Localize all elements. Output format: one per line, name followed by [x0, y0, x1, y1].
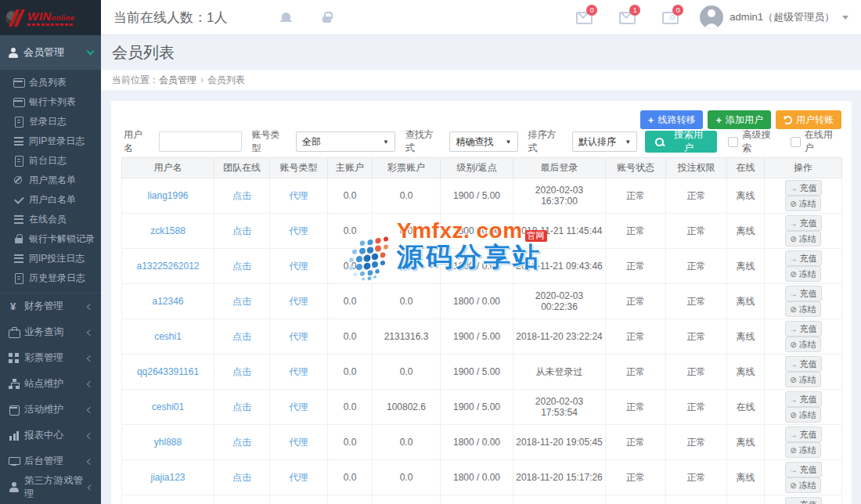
recharge-button[interactable]: →充值 [785, 427, 822, 442]
freeze-button[interactable]: ⊘冻结 [785, 196, 820, 211]
recharge-button[interactable]: →充值 [785, 321, 822, 337]
team-online-link[interactable]: 点击 [232, 331, 251, 342]
recharge-button[interactable]: →充值 [785, 462, 822, 477]
check-icon [13, 195, 24, 205]
account-type-link[interactable]: 代理 [290, 366, 308, 377]
account-type-link[interactable]: 代理 [290, 261, 308, 272]
sidebar-item-user-whitelist[interactable]: 用户白名单 [0, 190, 101, 210]
account-type-select[interactable]: 全部 ▼ [296, 131, 395, 152]
freeze-button[interactable]: ⊘冻结 [785, 442, 820, 458]
sidebar-item-member-list[interactable]: 会员列表 [0, 73, 101, 92]
cell-bet-permission: 正常 [666, 284, 727, 319]
sidebar-item-bank-card-list[interactable]: 银行卡列表 [0, 92, 101, 112]
lock-icon[interactable] [322, 12, 332, 23]
sidebar-group-member-management[interactable]: 会员管理 [0, 35, 101, 70]
admin-menu[interactable]: admin1（超级管理员） [700, 5, 848, 29]
team-online-link[interactable]: 点击 [232, 296, 251, 307]
message-button[interactable]: 0 [576, 11, 590, 24]
sidebar-group-backend-management[interactable]: 后台管理 [0, 448, 101, 474]
username-link[interactable]: a12346 [152, 296, 183, 307]
recharge-button[interactable]: →充值 [785, 250, 822, 266]
recharge-button[interactable]: →充值 [785, 497, 822, 504]
members-table: 用户名团队在线账号类型主账户彩票账户级别/返点最后登录账号状态投注权限在线操作 … [121, 157, 842, 504]
team-online-link[interactable]: 点击 [232, 190, 251, 201]
account-type-link[interactable]: 代理 [290, 401, 308, 412]
sidebar-group-business-query[interactable]: 业务查询 [0, 319, 101, 345]
sidebar-group-lottery-management[interactable]: 彩票管理 [0, 345, 101, 371]
ban-icon: ⊘ [790, 446, 796, 455]
sidebar-item-same-ip-bet-log[interactable]: 同IP投注日志 [0, 249, 101, 268]
breadcrumb-member-management[interactable]: 会员管理 [159, 74, 196, 85]
online-users-checkbox[interactable] [791, 137, 801, 147]
recharge-button[interactable]: →充值 [785, 356, 822, 372]
username-link[interactable]: qq2643391161 [137, 366, 199, 377]
sidebar-item-user-blacklist[interactable]: 用户黑名单 [0, 171, 101, 190]
cell-username: ceshi1 [122, 319, 214, 355]
plus-icon: + [715, 115, 722, 125]
username-link[interactable]: ceshi01 [152, 401, 184, 412]
team-online-link[interactable]: 点击 [232, 401, 251, 412]
brand-logo[interactable]: WINonline [0, 0, 101, 35]
freeze-button[interactable]: ⊘冻结 [785, 337, 820, 352]
cell-last-login: 2018-11-20 15:58:36 [513, 495, 606, 504]
team-online-link[interactable]: 点击 [232, 437, 251, 448]
cell-operations: →充值⊘冻结 [765, 495, 842, 504]
account-type-link[interactable]: 代理 [290, 437, 308, 448]
cell-team-online: 点击 [214, 178, 270, 214]
sidebar-item-bank-card-unlock-log[interactable]: 银行卡解锁记录 [0, 229, 101, 249]
account-type-link[interactable]: 代理 [290, 296, 308, 307]
freeze-button[interactable]: ⊘冻结 [785, 407, 820, 423]
search-mode-select[interactable]: 精确查找 ▼ [449, 131, 517, 152]
account-type-link[interactable]: 代理 [290, 225, 308, 236]
sidebar-group-third-party-game-management[interactable]: 第三方游戏管理 [0, 474, 101, 500]
username-link[interactable]: a13225262012 [136, 261, 199, 272]
team-online-link[interactable]: 点击 [232, 472, 251, 483]
sidebar-group-site-maintenance[interactable]: 站点维护 [0, 371, 101, 397]
sidebar-item-login-log[interactable]: 登录日志 [0, 112, 101, 131]
username-link[interactable]: yhl888 [154, 437, 182, 448]
username-link[interactable]: zck1588 [150, 225, 186, 236]
team-online-link[interactable]: 点击 [232, 261, 251, 272]
bell-icon[interactable] [280, 12, 292, 23]
cell-online-state: 在线 [727, 390, 765, 425]
sidebar-item-same-ip-login-log[interactable]: 同IP登录日志 [0, 131, 101, 151]
sidebar-group-finance-management[interactable]: 财务管理 [0, 293, 101, 319]
notice-button[interactable]: 1 [619, 11, 633, 24]
line-transfer-button[interactable]: + 线路转移 [640, 110, 704, 129]
money-badge: 0 [672, 5, 683, 16]
recharge-button[interactable]: →充值 [785, 180, 822, 196]
team-online-link[interactable]: 点击 [232, 225, 251, 236]
freeze-button[interactable]: ⊘冻结 [785, 266, 820, 282]
money-button[interactable]: 0 [662, 11, 676, 24]
user-transfer-button[interactable]: 用户转账 [776, 110, 841, 129]
freeze-button[interactable]: ⊘冻结 [785, 301, 820, 317]
user-icon [9, 482, 20, 492]
freeze-button[interactable]: ⊘冻结 [785, 477, 820, 493]
freeze-button[interactable]: ⊘冻结 [785, 372, 820, 387]
add-user-button[interactable]: + 添加用户 [708, 110, 771, 129]
recharge-button[interactable]: →充值 [785, 215, 822, 231]
cell-level-rebate: 1800 / 0.00 [441, 284, 513, 319]
sidebar-group-report-center[interactable]: 报表中心 [0, 423, 101, 448]
sidebar-item-history-login-log[interactable]: 历史登录日志 [0, 268, 101, 288]
account-type-link[interactable]: 代理 [290, 190, 308, 201]
freeze-button[interactable]: ⊘冻结 [785, 231, 820, 247]
search-users-button[interactable]: 搜索用户 [645, 131, 717, 153]
username-input[interactable] [159, 131, 242, 152]
column-header: 主账户 [328, 158, 373, 178]
cell-lottery-balance: 0.0 [373, 460, 441, 495]
account-type-link[interactable]: 代理 [290, 472, 308, 483]
sidebar-group-activity-maintenance[interactable]: 活动维护 [0, 397, 101, 423]
account-type-link[interactable]: 代理 [290, 331, 308, 342]
username-link[interactable]: liang1996 [147, 190, 188, 201]
team-online-link[interactable]: 点击 [232, 366, 251, 377]
recharge-button[interactable]: →充值 [785, 286, 822, 301]
sort-select[interactable]: 默认排序 ▼ [572, 131, 637, 152]
advanced-search-checkbox[interactable] [728, 137, 738, 147]
sidebar-item-front-log[interactable]: 前台日志 [0, 151, 101, 171]
sidebar-item-online-members[interactable]: 在线会员 [0, 210, 101, 229]
username-link[interactable]: ceshi1 [154, 331, 182, 342]
username-link[interactable]: jiajia123 [150, 472, 185, 483]
cell-account-status: 正常 [606, 425, 666, 460]
recharge-button[interactable]: →充值 [785, 391, 822, 407]
